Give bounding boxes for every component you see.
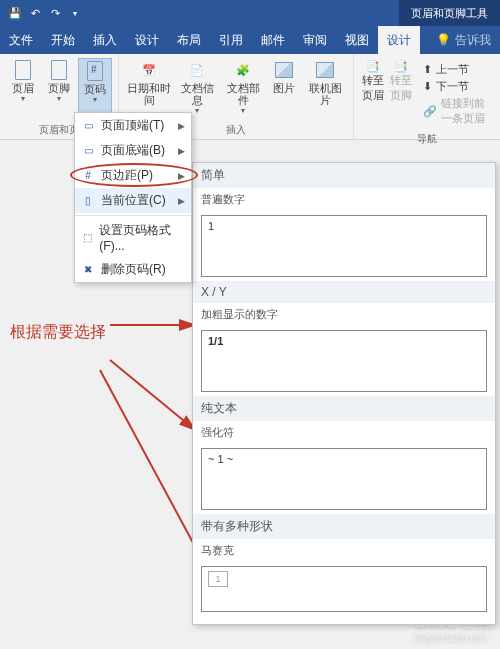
undo-icon[interactable]: ↶ [28,6,42,20]
doc-info-icon: 📄 [187,60,207,80]
dd-current-label: 当前位置(C) [101,192,166,209]
dd-page-margins[interactable]: # 页边距(P) ▶ [75,163,191,188]
gallery-preview-plain[interactable]: 1 [201,215,487,277]
chevron-down-icon: ▾ [57,94,61,103]
date-time-label: 日期和时间 [127,82,171,106]
next-section-button[interactable]: ⬇下一节 [423,79,489,94]
gallery-item-plain-number[interactable]: 普遍数字 [193,188,495,211]
group-label-nav: 导航 [360,132,494,146]
link-icon: 🔗 [423,105,437,118]
save-icon[interactable]: 💾 [8,6,22,20]
link-previous-label: 链接到前一条页眉 [441,96,489,126]
contextual-tab-label: 页眉和页脚工具 [399,0,500,26]
dd-top-of-page[interactable]: ▭ 页面顶端(T) ▶ [75,113,191,138]
gallery-preview-accent[interactable]: ~ 1 ~ [201,448,487,510]
goto-footer-icon: 📑 [394,60,408,73]
chevron-down-icon: ▾ [93,95,97,104]
ribbon-tabs: 文件 开始 插入 设计 布局 引用 邮件 审阅 视图 设计 💡 告诉我 [0,26,500,54]
mosaic-shape-icon: 1 [208,571,228,587]
nav-links: ⬆上一节 ⬇下一节 🔗链接到前一条页眉 [417,58,495,130]
tab-references[interactable]: 引用 [210,26,252,54]
page-bottom-icon: ▭ [81,144,95,158]
doc-parts-icon: 🧩 [233,60,253,80]
gallery-section-simple: 简单 [193,163,495,188]
page-current-icon: ▯ [81,194,95,208]
watermark-url: jingyan.baidu.com [415,633,492,643]
gallery-section-xy: X / Y [193,281,495,303]
tab-home[interactable]: 开始 [42,26,84,54]
qat-dropdown-icon[interactable]: ▾ [68,6,82,20]
preview-text: 1/1 [208,335,223,347]
picture-button[interactable]: 图片 [267,58,301,121]
preview-text: ~ 1 ~ [208,453,233,465]
dd-remove-label: 删除页码(R) [101,261,166,278]
dd-margin-label: 页边距(P) [101,167,153,184]
svg-line-3 [100,370,205,565]
doc-parts-button[interactable]: 🧩 文档部件 ▾ [221,58,265,121]
tab-hf-design[interactable]: 设计 [378,26,420,54]
remove-icon: ✖ [81,263,95,277]
chevron-right-icon: ▶ [178,196,185,206]
gallery-item-mosaic[interactable]: 马赛克 [193,539,495,562]
dd-format-label: 设置页码格式(F)... [99,222,185,253]
goto-footer-button[interactable]: 📑 转至页脚 [388,58,414,130]
separator [75,215,191,216]
prev-section-label: 上一节 [436,62,469,77]
dd-remove-page-numbers[interactable]: ✖ 删除页码(R) [75,257,191,282]
chevron-down-icon: ▾ [195,106,199,115]
dd-bottom-label: 页面底端(B) [101,142,165,159]
doc-parts-label: 文档部件 [223,82,263,106]
header-label: 页眉 [12,82,34,94]
gallery-section-shapes: 带有多种形状 [193,514,495,539]
footer-icon [49,60,69,80]
chevron-right-icon: ▶ [178,171,185,181]
tab-mail[interactable]: 邮件 [252,26,294,54]
calendar-icon: 📅 [139,60,159,80]
tell-me[interactable]: 💡 告诉我 [427,26,500,54]
gallery-item-bold-number[interactable]: 加粗显示的数字 [193,303,495,326]
dd-current-position[interactable]: ▯ 当前位置(C) ▶ [75,188,191,213]
redo-icon[interactable]: ↷ [48,6,62,20]
goto-footer-label: 转至页脚 [390,73,412,103]
header-button[interactable]: 页眉 ▾ [6,58,40,121]
tab-view[interactable]: 视图 [336,26,378,54]
ribbon-group-nav: 📑 转至页眉 📑 转至页脚 ⬆上一节 ⬇下一节 🔗链接到前一条页眉 导航 [354,54,500,139]
tab-review[interactable]: 审阅 [294,26,336,54]
page-top-icon: ▭ [81,119,95,133]
gallery-preview-mosaic[interactable]: 1 [201,566,487,612]
chevron-right-icon: ▶ [178,121,185,131]
goto-header-label: 转至页眉 [362,73,384,103]
tell-me-label: 告诉我 [455,32,491,49]
online-picture-icon [315,60,335,80]
page-margin-icon: # [81,169,95,183]
page-number-dropdown: ▭ 页面顶端(T) ▶ ▭ 页面底端(B) ▶ # 页边距(P) ▶ ▯ 当前位… [74,112,192,283]
footer-label: 页脚 [48,82,70,94]
chevron-down-icon: ▾ [241,106,245,115]
goto-header-button[interactable]: 📑 转至页眉 [360,58,386,130]
title-bar: 💾 ↶ ↷ ▾ 页眉和页脚工具 [0,0,500,26]
page-number-label: 页码 [84,83,106,95]
footer-button[interactable]: 页脚 ▾ [42,58,76,121]
tab-design[interactable]: 设计 [126,26,168,54]
dd-format-page-numbers[interactable]: ⬚ 设置页码格式(F)... [75,218,191,257]
online-picture-button[interactable]: 联机图片 [303,58,347,121]
tab-layout[interactable]: 布局 [168,26,210,54]
chevron-down-icon: ▾ [21,94,25,103]
preview-text: 1 [208,220,214,232]
dd-bottom-of-page[interactable]: ▭ 页面底端(B) ▶ [75,138,191,163]
online-picture-label: 联机图片 [305,82,345,106]
dd-top-label: 页面顶端(T) [101,117,164,134]
gallery-preview-bold[interactable]: 1/1 [201,330,487,392]
quick-access-toolbar: 💾 ↶ ↷ ▾ [0,6,90,20]
tab-insert[interactable]: 插入 [84,26,126,54]
gallery-item-accent[interactable]: 强化符 [193,421,495,444]
link-previous-button[interactable]: 🔗链接到前一条页眉 [423,96,489,126]
goto-header-icon: 📑 [366,60,380,73]
tab-file[interactable]: 文件 [0,26,42,54]
picture-icon [274,60,294,80]
doc-info-label: 文档信息 [177,82,217,106]
next-section-label: 下一节 [436,79,469,94]
lightbulb-icon: 💡 [436,33,451,47]
prev-icon: ⬆ [423,63,432,76]
prev-section-button[interactable]: ⬆上一节 [423,62,489,77]
